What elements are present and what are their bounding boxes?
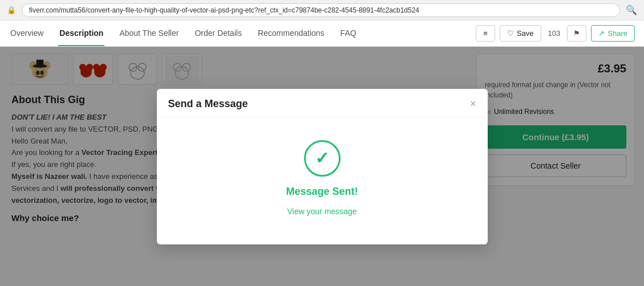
browser-search-icon[interactable]: 🔍 [626,5,637,15]
url-bar[interactable]: fiverr.com/mutta56/convert-any-file-to-h… [22,3,620,17]
message-sent-text: Message Sent! [286,186,358,198]
view-message-link[interactable]: View your message [287,207,357,216]
share-label: Share [607,29,627,38]
nav-right: ≡ ♡ Save 103 ⚑ ↗ Share [476,25,635,42]
tab-faq[interactable]: FAQ [339,21,358,46]
share-icon: ↗ [598,29,605,38]
modal-close-button[interactable]: × [470,99,476,109]
share-button[interactable]: ↗ Share [591,25,635,42]
save-count: 103 [546,26,563,41]
lock-icon: 🔒 [7,6,16,14]
send-message-modal: Send a Message × ✓ Message Sent! View yo… [157,89,488,244]
browser-bar: 🔒 fiverr.com/mutta56/convert-any-file-to… [0,0,644,21]
tab-description[interactable]: Description [58,21,104,46]
modal-body: ✓ Message Sent! View your message [157,117,488,244]
save-button[interactable]: ♡ Save [500,25,541,42]
nav-left: Overview Description About The Seller Or… [9,21,358,46]
tab-about-seller[interactable]: About The Seller [118,21,180,46]
modal-header: Send a Message × [157,89,488,117]
tab-recommendations[interactable]: Recommendations [257,21,326,46]
modal-title: Send a Message [168,98,248,110]
modal-overlay[interactable]: Send a Message × ✓ Message Sent! View yo… [0,47,644,286]
tab-overview[interactable]: Overview [9,21,44,46]
flag-button[interactable]: ⚑ [567,25,586,42]
success-check-icon: ✓ [315,148,329,168]
nav-tabs: Overview Description About The Seller Or… [0,21,644,47]
success-circle: ✓ [304,140,341,177]
main-content: About This Gig DON'T LIE! I AM THE BEST … [0,47,644,286]
save-label: Save [517,29,534,38]
tab-order-details[interactable]: Order Details [193,21,242,46]
hamburger-button[interactable]: ≡ [476,25,495,42]
heart-icon: ♡ [507,29,514,38]
